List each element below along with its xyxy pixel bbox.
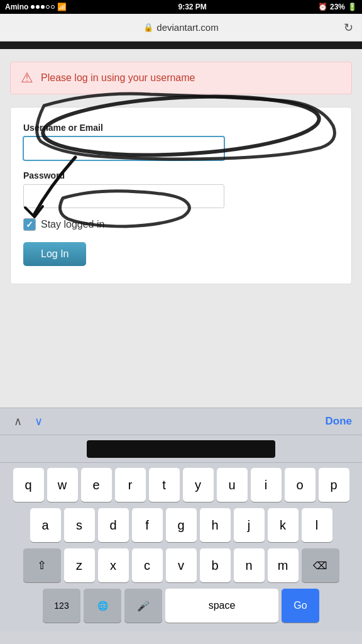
autocomplete-redacted [87, 440, 275, 458]
status-right: ⏰ 23% 🔋 [318, 3, 357, 11]
signal-dot-1 [31, 5, 35, 9]
key-k[interactable]: k [268, 508, 299, 542]
password-label: Password [23, 170, 339, 180]
error-banner: ⚠ Please log in using your username [10, 62, 352, 94]
stay-logged-checkbox[interactable]: ✓ [23, 218, 36, 231]
signal-dot-5 [51, 5, 55, 9]
signal-dot-2 [36, 5, 40, 9]
page-wrapper: Amino 📶 9:32 PM ⏰ 23% 🔋 🔒 deviantart.com… [0, 0, 362, 644]
carrier-label: Amino [5, 3, 28, 11]
username-label: Username or Email [23, 123, 339, 133]
main-content: ⚠ Please log in using your username User… [0, 49, 362, 408]
password-field-group: Password [23, 170, 339, 208]
signal-dot-4 [46, 5, 50, 9]
key-b[interactable]: b [200, 548, 231, 582]
key-w[interactable]: w [47, 468, 78, 502]
backspace-key[interactable]: ⌫ [302, 548, 339, 582]
key-c[interactable]: c [132, 548, 163, 582]
autocomplete-bar [0, 435, 362, 463]
shift-key[interactable]: ⇧ [23, 548, 61, 582]
login-button[interactable]: Log In [23, 242, 86, 266]
status-left: Amino 📶 [5, 3, 67, 11]
nav-down-arrow[interactable]: ∨ [31, 412, 47, 431]
key-r[interactable]: r [115, 468, 146, 502]
keyboard-row-4: 123 🌐 🎤 space Go [3, 589, 359, 623]
signal-dots [31, 5, 55, 9]
globe-key[interactable]: 🌐 [84, 589, 121, 623]
go-key[interactable]: Go [282, 589, 319, 623]
nav-up-arrow[interactable]: ∧ [10, 412, 26, 431]
mic-key[interactable]: 🎤 [124, 589, 162, 623]
key-g[interactable]: g [166, 508, 197, 542]
key-s[interactable]: s [64, 508, 95, 542]
key-u[interactable]: u [217, 468, 248, 502]
key-p[interactable]: p [319, 468, 349, 502]
key-l[interactable]: l [302, 508, 332, 542]
key-v[interactable]: v [166, 548, 197, 582]
keyboard-row-2: a s d f g h j k l [3, 508, 359, 542]
stay-logged-row: ✓ Stay logged in [23, 218, 339, 231]
key-o[interactable]: o [285, 468, 315, 502]
key-h[interactable]: h [200, 508, 231, 542]
password-input[interactable] [23, 184, 224, 208]
username-field-group: Username or Email [23, 123, 339, 160]
battery-icon: 🔋 [348, 3, 357, 11]
key-x[interactable]: x [98, 548, 129, 582]
key-t[interactable]: t [149, 468, 180, 502]
key-y[interactable]: y [183, 468, 214, 502]
time-label: 9:32 PM [178, 3, 206, 11]
stay-logged-label: Stay logged in [41, 219, 104, 230]
keyboard-toolbar: ∧ ∨ Done [0, 408, 362, 435]
space-key[interactable]: space [165, 589, 278, 623]
url-bar[interactable]: 🔒 deviantart.com [143, 22, 218, 33]
key-e[interactable]: e [81, 468, 112, 502]
key-d[interactable]: d [98, 508, 129, 542]
numbers-key[interactable]: 123 [43, 589, 80, 623]
keyboard-row-1: q w e r t y u i o p [3, 468, 359, 502]
keyboard: q w e r t y u i o p a s d f g h j k l ⇧ … [0, 463, 362, 631]
black-bar [0, 42, 362, 49]
form-card: Username or Email Password ✓ Stay logged… [10, 107, 352, 284]
key-q[interactable]: q [13, 468, 44, 502]
alarm-icon: ⏰ [318, 3, 327, 11]
keyboard-row-3: ⇧ z x c v b n m ⌫ [3, 548, 359, 582]
key-n[interactable]: n [234, 548, 265, 582]
url-text: deviantart.com [156, 22, 218, 33]
key-m[interactable]: m [268, 548, 299, 582]
refresh-icon[interactable]: ↻ [344, 21, 353, 35]
battery-label: 23% [330, 3, 345, 11]
done-button[interactable]: Done [326, 415, 353, 428]
key-f[interactable]: f [132, 508, 163, 542]
toolbar-nav: ∧ ∨ [10, 412, 47, 431]
browser-bar: 🔒 deviantart.com ↻ [0, 14, 362, 42]
status-bar: Amino 📶 9:32 PM ⏰ 23% 🔋 [0, 0, 362, 14]
key-i[interactable]: i [251, 468, 282, 502]
username-input[interactable] [23, 136, 224, 160]
wifi-icon: 📶 [57, 3, 67, 11]
signal-dot-3 [41, 5, 45, 9]
warning-icon: ⚠ [21, 70, 33, 86]
key-a[interactable]: a [30, 508, 61, 542]
checkmark-icon: ✓ [26, 219, 33, 230]
lock-icon: 🔒 [143, 23, 153, 32]
key-j[interactable]: j [234, 508, 265, 542]
key-z[interactable]: z [64, 548, 95, 582]
error-text: Please log in using your username [41, 72, 195, 84]
